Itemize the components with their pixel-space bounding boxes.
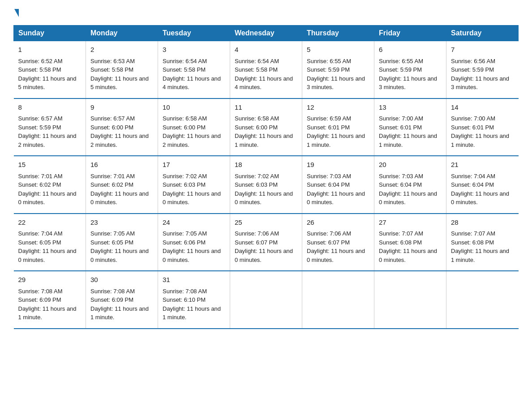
calendar-cell: 6Sunrise: 6:55 AMSunset: 5:59 PMDaylight…	[374, 41, 446, 98]
sunrise-label: Sunrise: 7:07 AM	[451, 230, 495, 237]
header-saturday: Saturday	[446, 26, 519, 41]
sunset-label: Sunset: 6:05 PM	[18, 239, 61, 246]
header-tuesday: Tuesday	[158, 26, 230, 41]
sunset-label: Sunset: 5:59 PM	[379, 66, 422, 73]
daylight-label: Daylight: 11 hours and 0 minutes.	[235, 248, 293, 263]
sunrise-label: Sunrise: 6:54 AM	[235, 58, 279, 64]
calendar-cell: 20Sunrise: 7:03 AMSunset: 6:04 PMDayligh…	[374, 156, 446, 214]
calendar-cell: 25Sunrise: 7:06 AMSunset: 6:07 PMDayligh…	[230, 214, 302, 271]
sunrise-label: Sunrise: 7:03 AM	[307, 173, 351, 180]
day-number: 21	[451, 160, 514, 170]
calendar-cell: 3Sunrise: 6:54 AMSunset: 5:58 PMDaylight…	[158, 41, 230, 98]
sunset-label: Sunset: 5:58 PM	[90, 66, 133, 73]
sunrise-label: Sunrise: 6:55 AM	[307, 58, 351, 64]
sunset-label: Sunset: 6:10 PM	[163, 296, 206, 303]
daylight-label: Daylight: 11 hours and 1 minute.	[235, 133, 293, 148]
sunset-label: Sunset: 6:01 PM	[451, 124, 494, 131]
sunset-label: Sunset: 6:02 PM	[90, 181, 133, 188]
day-number: 14	[451, 103, 514, 113]
sunset-label: Sunset: 6:07 PM	[235, 239, 278, 246]
sunset-label: Sunset: 6:06 PM	[163, 239, 206, 246]
sunset-label: Sunset: 6:04 PM	[307, 181, 350, 188]
daylight-label: Daylight: 11 hours and 0 minutes.	[379, 190, 437, 206]
sunrise-label: Sunrise: 7:06 AM	[307, 230, 351, 237]
day-number: 16	[90, 160, 153, 170]
sunrise-label: Sunrise: 7:05 AM	[90, 230, 135, 237]
daylight-label: Daylight: 11 hours and 1 minute.	[379, 133, 437, 148]
day-number: 26	[307, 218, 369, 228]
day-number: 25	[235, 218, 297, 228]
sunrise-label: Sunrise: 7:08 AM	[90, 288, 135, 295]
sunset-label: Sunset: 6:00 PM	[90, 124, 133, 131]
daylight-label: Daylight: 11 hours and 1 minute.	[163, 305, 221, 321]
calendar-cell: 11Sunrise: 6:58 AMSunset: 6:00 PMDayligh…	[230, 98, 302, 156]
day-number: 28	[451, 218, 514, 228]
header-thursday: Thursday	[302, 26, 374, 41]
sunrise-label: Sunrise: 7:04 AM	[18, 230, 63, 237]
calendar-cell: 19Sunrise: 7:03 AMSunset: 6:04 PMDayligh…	[302, 156, 374, 214]
daylight-label: Daylight: 11 hours and 0 minutes.	[90, 190, 149, 206]
daylight-label: Daylight: 11 hours and 1 minute.	[90, 305, 149, 321]
sunrise-label: Sunrise: 6:55 AM	[379, 58, 423, 64]
sunrise-label: Sunrise: 7:05 AM	[163, 230, 207, 237]
sunset-label: Sunset: 6:03 PM	[235, 181, 278, 188]
sunset-label: Sunset: 6:02 PM	[18, 181, 61, 188]
sunrise-label: Sunrise: 6:54 AM	[163, 58, 207, 64]
sunset-label: Sunset: 6:04 PM	[379, 181, 422, 188]
sunset-label: Sunset: 6:00 PM	[235, 124, 278, 131]
calendar-cell: 27Sunrise: 7:07 AMSunset: 6:08 PMDayligh…	[374, 214, 446, 271]
sunset-label: Sunset: 6:09 PM	[18, 296, 61, 303]
calendar-cell: 12Sunrise: 6:59 AMSunset: 6:01 PMDayligh…	[302, 98, 374, 156]
daylight-label: Daylight: 11 hours and 1 minute.	[451, 248, 509, 263]
daylight-label: Daylight: 11 hours and 2 minutes.	[18, 133, 77, 148]
calendar-cell: 26Sunrise: 7:06 AMSunset: 6:07 PMDayligh…	[302, 214, 374, 271]
calendar-cell: 15Sunrise: 7:01 AMSunset: 6:02 PMDayligh…	[14, 156, 86, 214]
sunrise-label: Sunrise: 6:53 AM	[90, 58, 135, 64]
daylight-label: Daylight: 11 hours and 5 minutes.	[18, 75, 77, 91]
day-number: 13	[379, 103, 442, 113]
sunset-label: Sunset: 6:01 PM	[379, 124, 422, 131]
week-row-3: 15Sunrise: 7:01 AMSunset: 6:02 PMDayligh…	[14, 156, 519, 214]
daylight-label: Daylight: 11 hours and 2 minutes.	[163, 133, 221, 148]
calendar-cell: 7Sunrise: 6:56 AMSunset: 5:59 PMDaylight…	[446, 41, 519, 98]
daylight-label: Daylight: 11 hours and 0 minutes.	[90, 248, 149, 263]
day-number: 4	[235, 45, 297, 55]
sunrise-label: Sunrise: 7:01 AM	[18, 173, 63, 180]
daylight-label: Daylight: 11 hours and 0 minutes.	[451, 190, 509, 206]
week-row-1: 1Sunrise: 6:52 AMSunset: 5:58 PMDaylight…	[14, 41, 519, 98]
sunrise-label: Sunrise: 6:57 AM	[90, 115, 135, 122]
day-number: 31	[163, 275, 225, 285]
header-row: SundayMondayTuesdayWednesdayThursdayFrid…	[14, 26, 519, 41]
calendar-cell: 30Sunrise: 7:08 AMSunset: 6:09 PMDayligh…	[86, 271, 158, 329]
day-number: 7	[451, 45, 514, 55]
sunset-label: Sunset: 5:59 PM	[307, 66, 350, 73]
calendar-cell: 14Sunrise: 7:00 AMSunset: 6:01 PMDayligh…	[446, 98, 519, 156]
day-number: 27	[379, 218, 442, 228]
sunset-label: Sunset: 6:04 PM	[451, 181, 494, 188]
day-number: 2	[90, 45, 153, 55]
daylight-label: Daylight: 11 hours and 0 minutes.	[307, 248, 365, 263]
sunset-label: Sunset: 6:07 PM	[307, 239, 350, 246]
sunset-label: Sunset: 6:00 PM	[163, 124, 206, 131]
sunrise-label: Sunrise: 7:08 AM	[163, 288, 207, 295]
sunset-label: Sunset: 6:01 PM	[307, 124, 350, 131]
daylight-label: Daylight: 11 hours and 1 minute.	[451, 133, 509, 148]
calendar-cell: 13Sunrise: 7:00 AMSunset: 6:01 PMDayligh…	[374, 98, 446, 156]
daylight-label: Daylight: 11 hours and 4 minutes.	[163, 75, 221, 91]
day-number: 19	[307, 160, 369, 170]
day-number: 22	[18, 218, 82, 228]
calendar-cell: 24Sunrise: 7:05 AMSunset: 6:06 PMDayligh…	[158, 214, 230, 271]
daylight-label: Daylight: 11 hours and 5 minutes.	[90, 75, 149, 91]
calendar-cell: 28Sunrise: 7:07 AMSunset: 6:08 PMDayligh…	[446, 214, 519, 271]
calendar-cell: 16Sunrise: 7:01 AMSunset: 6:02 PMDayligh…	[86, 156, 158, 214]
day-number: 17	[163, 160, 225, 170]
sunset-label: Sunset: 5:58 PM	[235, 66, 278, 73]
page-header	[13, 9, 519, 17]
day-number: 24	[163, 218, 225, 228]
sunset-label: Sunset: 5:59 PM	[451, 66, 494, 73]
daylight-label: Daylight: 11 hours and 3 minutes.	[451, 75, 509, 91]
daylight-label: Daylight: 11 hours and 2 minutes.	[90, 133, 149, 148]
sunrise-label: Sunrise: 6:56 AM	[451, 58, 495, 64]
day-number: 3	[163, 45, 225, 55]
sunset-label: Sunset: 6:03 PM	[163, 181, 206, 188]
